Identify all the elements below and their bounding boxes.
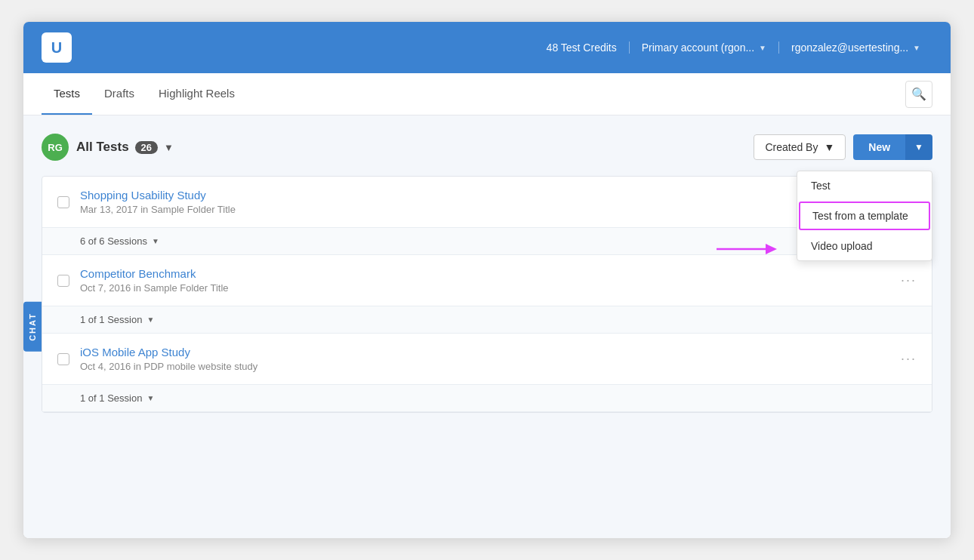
toolbar: RG All Tests 26 ▼ Created By ▼ New ▼: [42, 134, 932, 161]
svg-marker-1: [766, 244, 777, 254]
test-checkbox[interactable]: [57, 275, 69, 287]
toolbar-left: RG All Tests 26 ▼: [42, 134, 174, 161]
test-count-badge: 26: [135, 141, 158, 154]
session-label: 1 of 1 Session: [80, 314, 142, 325]
nav-tabs: Tests Drafts Highlight Reels: [42, 73, 247, 115]
test-info: Competitor Benchmark Oct 7, 2016 in Samp…: [80, 267, 890, 294]
account-dropdown[interactable]: Primary account (rgon... ▼: [630, 42, 779, 54]
toolbar-right: Created By ▼ New ▼ Test Test from a temp…: [754, 134, 932, 160]
tab-highlight-reels[interactable]: Highlight Reels: [146, 73, 247, 115]
account-label: Primary account (rgon...: [642, 42, 754, 54]
session-row: 1 of 1 Session ▼: [42, 384, 932, 411]
test-checkbox[interactable]: [57, 353, 69, 365]
test-item: iOS Mobile App Study Oct 4, 2016 in PDP …: [42, 334, 932, 412]
test-actions-menu[interactable]: ···: [901, 272, 917, 288]
dropdown-item-test[interactable]: Test: [797, 171, 932, 200]
session-label: 1 of 1 Session: [80, 392, 142, 404]
session-caret-icon[interactable]: ▼: [146, 315, 154, 324]
tab-tests[interactable]: Tests: [42, 73, 92, 115]
new-dropdown-menu: Test Test from a template Video upload: [797, 171, 932, 261]
logo: U: [42, 32, 72, 63]
dropdown-item-template[interactable]: Test from a template: [799, 202, 930, 230]
new-main-button[interactable]: New: [853, 134, 905, 160]
app-window: U 48 Test Credits Primary account (rgon.…: [23, 21, 951, 539]
credits-label: 48 Test Credits: [547, 42, 630, 54]
test-meta: Mar 13, 2017 in Sample Folder Title: [80, 204, 917, 215]
avatar: RG: [42, 134, 69, 161]
new-caret-button[interactable]: ▼: [905, 134, 932, 160]
search-icon: 🔍: [911, 87, 926, 101]
new-button-group: New ▼: [853, 134, 932, 160]
test-row: iOS Mobile App Study Oct 4, 2016 in PDP …: [42, 334, 932, 384]
all-tests-chevron-icon[interactable]: ▼: [164, 142, 174, 153]
session-row: 1 of 1 Session ▼: [42, 306, 932, 333]
test-checkbox[interactable]: [57, 196, 69, 208]
test-meta: Oct 4, 2016 in PDP mobile website study: [80, 361, 890, 372]
test-title[interactable]: Shopping Usability Study: [80, 189, 917, 202]
new-chevron-icon: ▼: [914, 142, 923, 152]
chat-side-panel: CHAT: [23, 302, 42, 352]
created-by-button[interactable]: Created By ▼: [754, 134, 846, 160]
test-title[interactable]: iOS Mobile App Study: [80, 346, 890, 358]
created-by-chevron-icon: ▼: [824, 141, 834, 153]
test-actions-menu[interactable]: ···: [901, 351, 917, 367]
session-caret-icon[interactable]: ▼: [152, 237, 159, 245]
account-chevron-icon: ▼: [759, 44, 766, 52]
test-meta: Oct 7, 2016 in Sample Folder Title: [80, 282, 890, 294]
test-info: Shopping Usability Study Mar 13, 2017 in…: [80, 189, 917, 215]
test-title[interactable]: Competitor Benchmark: [80, 267, 890, 280]
email-chevron-icon: ▼: [913, 44, 920, 52]
test-item: Competitor Benchmark Oct 7, 2016 in Samp…: [42, 255, 932, 334]
header: U 48 Test Credits Primary account (rgon.…: [23, 22, 951, 73]
email-label: rgonzalez@usertesting...: [791, 42, 908, 54]
session-label: 6 of 6 Sessions: [80, 235, 147, 247]
main-content: CHAT RG All Tests 26 ▼ Created By ▼ New: [23, 115, 951, 538]
tab-drafts[interactable]: Drafts: [92, 73, 146, 115]
session-caret-icon[interactable]: ▼: [146, 394, 154, 402]
test-info: iOS Mobile App Study Oct 4, 2016 in PDP …: [80, 346, 890, 372]
header-right: 48 Test Credits Primary account (rgon...…: [547, 42, 932, 54]
arrow-indicator: [717, 238, 777, 263]
dropdown-item-video[interactable]: Video upload: [797, 232, 932, 260]
test-row: Competitor Benchmark Oct 7, 2016 in Samp…: [42, 255, 932, 306]
search-button[interactable]: 🔍: [905, 81, 932, 108]
email-dropdown[interactable]: rgonzalez@usertesting... ▼: [779, 42, 932, 54]
chat-button[interactable]: CHAT: [23, 302, 42, 352]
nav-bar: Tests Drafts Highlight Reels 🔍: [23, 73, 951, 115]
all-tests-label: All Tests 26 ▼: [76, 140, 174, 155]
